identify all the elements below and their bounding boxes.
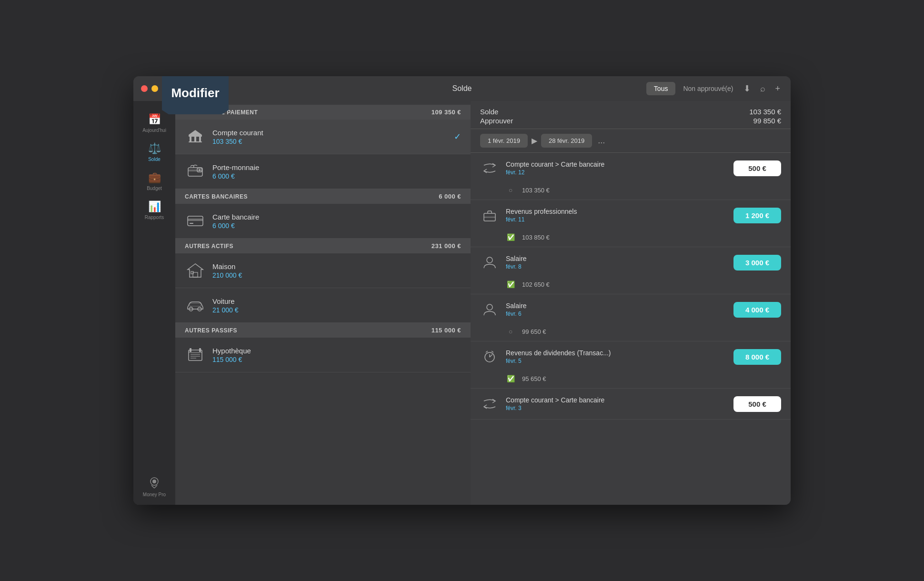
account-item-maison[interactable]: Maison 210 000 € (175, 253, 471, 288)
category-amount-passifs: 115 000 € (432, 327, 461, 334)
account-info-voiture: Voiture 21 000 € (212, 297, 461, 314)
transaction-item-t6[interactable]: Compte courant > Carte bancaire févr. 3 … (471, 389, 791, 420)
window-title: Solde (452, 84, 472, 93)
svg-rect-7 (199, 137, 201, 141)
category-label-cartes: CARTES BANCAIRES (185, 193, 248, 200)
solde-label: Solde (480, 108, 513, 116)
trans-date-t2: févr. 11 (506, 216, 727, 223)
trans-sub-amount-t1: 103 350 € (522, 187, 550, 194)
svg-rect-8 (189, 141, 202, 142)
date-filter: 1 févr. 2019 ▶ 28 févr. 2019 ... (471, 129, 791, 153)
account-info-compte-courant: Compte courant 103 350 € (212, 129, 454, 145)
transaction-row-t2: Revenus professionnels févr. 11 1 200 € (471, 200, 791, 230)
account-item-hypotheque[interactable]: Hypothèque 115 000 € (175, 338, 471, 372)
trans-name-t6: Compte courant > Carte bancaire (506, 396, 727, 404)
trans-amount-t4: 4 000 € (733, 302, 781, 318)
tous-button[interactable]: Tous (646, 82, 676, 95)
account-item-porte-monnaie[interactable]: Porte-monnaie 6 000 € (175, 154, 471, 189)
balance-icon: ⚖️ (148, 142, 161, 155)
trans-name-t5: Revenus de dividendes (Transac...) (506, 349, 727, 357)
card-icon (185, 210, 206, 231)
transaction-item-t4[interactable]: Salaire févr. 6 4 000 € ○ 99 650 € (471, 294, 791, 341)
sidebar-item-solde[interactable]: ⚖️ Solde (133, 138, 175, 167)
trans-sub-amount-t3: 102 650 € (522, 281, 550, 288)
circle-icon-t1: ○ (506, 185, 515, 195)
trans-sub-row-t1: ○ 103 350 € (471, 183, 791, 200)
trans-header-labels: Solde Approuver (480, 108, 513, 125)
svg-rect-28 (190, 348, 191, 352)
account-item-compte-courant[interactable]: Compte courant 103 350 € ✓ (175, 120, 471, 154)
account-balance-hypotheque: 115 000 € (212, 356, 461, 363)
briefcase-icon-t2 (480, 206, 499, 225)
account-balance-maison: 210 000 € (212, 271, 461, 279)
titlebar-actions: Tous Non approuvé(e) ⬇ ⌕ + (646, 81, 783, 96)
close-button[interactable] (141, 85, 148, 92)
account-info-maison: Maison 210 000 € (212, 262, 461, 279)
svg-marker-9 (189, 130, 202, 135)
trans-date-t3: févr. 8 (506, 263, 727, 270)
date-more-button[interactable]: ... (598, 136, 605, 146)
date-arrow-icon: ▶ (532, 136, 537, 145)
svg-point-13 (199, 169, 201, 171)
download-icon[interactable]: ⬇ (741, 81, 753, 96)
search-icon[interactable]: ⌕ (757, 82, 768, 96)
trans-amount-t3: 3 000 € (733, 255, 781, 270)
svg-rect-16 (190, 223, 193, 224)
add-icon[interactable]: + (772, 82, 783, 96)
account-balance-compte-courant: 103 350 € (212, 138, 454, 145)
transaction-item-t1[interactable]: Compte courant > Carte bancaire févr. 12… (471, 153, 791, 200)
trans-date-t1: févr. 12 (506, 169, 727, 176)
non-approuve-button[interactable]: Non approuvé(e) (679, 82, 737, 95)
trans-amount-t5: 8 000 € (733, 349, 781, 365)
svg-point-1 (152, 480, 156, 483)
trans-header-amounts: 103 350 € 99 850 € (749, 108, 781, 125)
person-icon-t4 (480, 300, 499, 319)
trans-sub-amount-t4: 99 650 € (522, 328, 546, 335)
transaction-item-t5[interactable]: Revenus de dividendes (Transac...) févr.… (471, 341, 791, 389)
trans-info-t5: Revenus de dividendes (Transac...) févr.… (506, 349, 727, 364)
transaction-item-t2[interactable]: Revenus professionnels févr. 11 1 200 € … (471, 200, 791, 247)
svg-rect-29 (199, 348, 201, 352)
trans-sub-row-t5: ✅ 95 650 € (471, 372, 791, 388)
sidebar-label-budget: Budget (147, 186, 162, 191)
account-item-voiture[interactable]: Voiture 21 000 € (175, 288, 471, 323)
mortgage-icon (185, 344, 206, 365)
accounts-panel: COMPTES DE PAIEMENT 109 350 € Compte cou (175, 101, 471, 505)
wallet-icon (185, 161, 206, 182)
trans-info-t4: Salaire févr. 6 (506, 302, 727, 317)
minimize-button[interactable] (151, 85, 158, 92)
trans-sub-amount-t5: 95 650 € (522, 375, 546, 382)
svg-rect-6 (194, 137, 196, 141)
account-name-maison: Maison (212, 262, 461, 270)
svg-rect-4 (189, 135, 202, 137)
trans-name-t2: Revenus professionnels (506, 208, 727, 215)
sidebar-item-budget[interactable]: 💼 Budget (133, 167, 175, 196)
transaction-row-t6: Compte courant > Carte bancaire févr. 3 … (471, 389, 791, 419)
category-amount-comptes-paiement: 109 350 € (432, 109, 461, 116)
reports-icon: 📊 (148, 200, 161, 213)
main-window: Modifier Solde Tous Non approuvé(e) ⬇ ⌕ … (133, 76, 791, 505)
sidebar-item-rapports[interactable]: 📊 Rapports (133, 196, 175, 225)
trans-info-t3: Salaire févr. 8 (506, 255, 727, 270)
account-item-carte-bancaire[interactable]: Carte bancaire 6 000 € (175, 204, 471, 239)
category-amount-actifs: 231 000 € (432, 242, 461, 250)
account-balance-porte-monnaie: 6 000 € (212, 172, 461, 180)
account-name-compte-courant: Compte courant (212, 129, 454, 137)
date-start-button[interactable]: 1 févr. 2019 (480, 134, 528, 148)
trans-date-t4: févr. 6 (506, 311, 727, 317)
transaction-item-t3[interactable]: Salaire févr. 8 3 000 € ✅ 102 650 € (471, 247, 791, 294)
titlebar: Modifier Solde Tous Non approuvé(e) ⬇ ⌕ … (133, 76, 791, 101)
trans-sub-row-t4: ○ 99 650 € (471, 325, 791, 341)
svg-line-38 (492, 351, 493, 352)
budget-icon: 💼 (148, 171, 161, 184)
main-content: 📅 Aujourd'hui ⚖️ Solde 💼 Budget 📊 Rappor… (133, 101, 791, 505)
person-icon-t3 (480, 253, 499, 272)
transfer-icon-t1 (480, 159, 499, 178)
sidebar-bottom-app[interactable]: Money Pro (143, 475, 166, 497)
svg-rect-5 (190, 137, 191, 141)
trans-sub-row-t3: ✅ 102 650 € (471, 278, 791, 294)
svg-rect-15 (188, 219, 203, 221)
modifier-badge[interactable]: Modifier (162, 76, 229, 114)
date-end-button[interactable]: 28 févr. 2019 (541, 134, 592, 148)
trans-name-t1: Compte courant > Carte bancaire (506, 160, 727, 168)
